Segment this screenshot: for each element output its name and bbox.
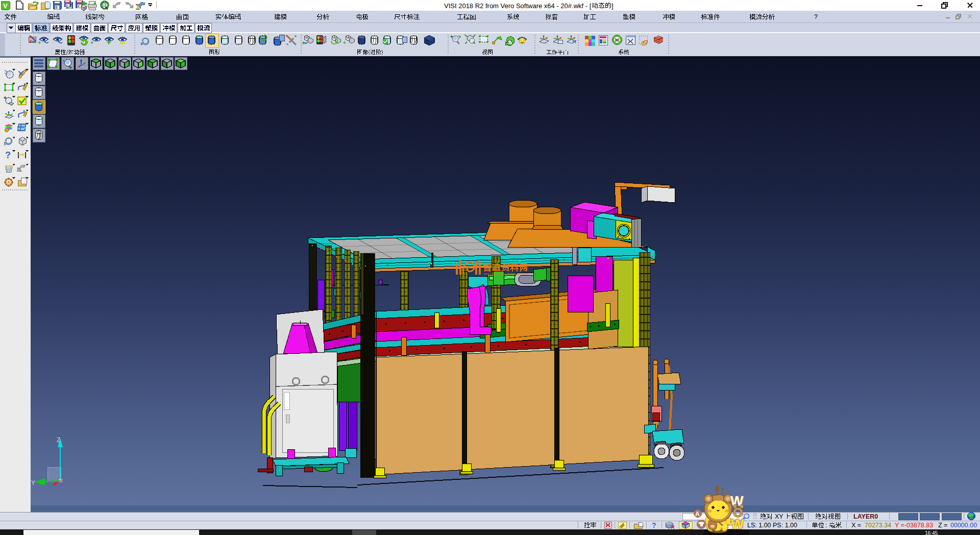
svg-text:VISI 2018 R2 from Vero Softwar: VISI 2018 R2 from Vero Software x64 - 20… (444, 2, 592, 10)
svg-text:LS: 1.00 PS: 1.00: LS: 1.00 PS: 1.00 (747, 522, 797, 529)
svg-text:A: A (695, 510, 700, 518)
svg-text::: : (825, 522, 827, 529)
svg-text:]: ] (611, 2, 614, 10)
svg-text:INTELLIGENT MANUFACTURING DATA: INTELLIGENT MANUFACTURING DATA (483, 273, 529, 276)
svg-text:+: + (343, 40, 346, 45)
svg-text:Z: Z (57, 436, 60, 444)
svg-text:_: _ (95, 39, 100, 47)
svg-text:+: + (450, 34, 453, 39)
svg-text:?: ? (814, 13, 818, 20)
svg-text:?: ? (5, 150, 11, 160)
svg-text:+: + (38, 39, 41, 45)
svg-text:W: W (731, 517, 744, 532)
svg-text:+: + (4, 95, 7, 101)
svg-text:_: _ (347, 40, 351, 46)
svg-text:+: + (90, 39, 93, 45)
svg-text:+: + (302, 40, 305, 46)
svg-text:?: ? (652, 521, 656, 529)
svg-text:V: V (3, 2, 8, 10)
svg-text:Y: Y (31, 479, 35, 487)
svg-text:-: - (52, 38, 54, 46)
svg-text:LAYER0: LAYER0 (853, 513, 878, 520)
svg-text:+: + (107, 38, 111, 46)
svg-text:X =70273.34Y =-03878.83Z =0000: X =70273.34Y =-03878.83Z =00000.00 (851, 522, 977, 529)
svg-text:XY: XY (775, 513, 783, 520)
svg-text:16:45: 16:45 (925, 530, 938, 535)
